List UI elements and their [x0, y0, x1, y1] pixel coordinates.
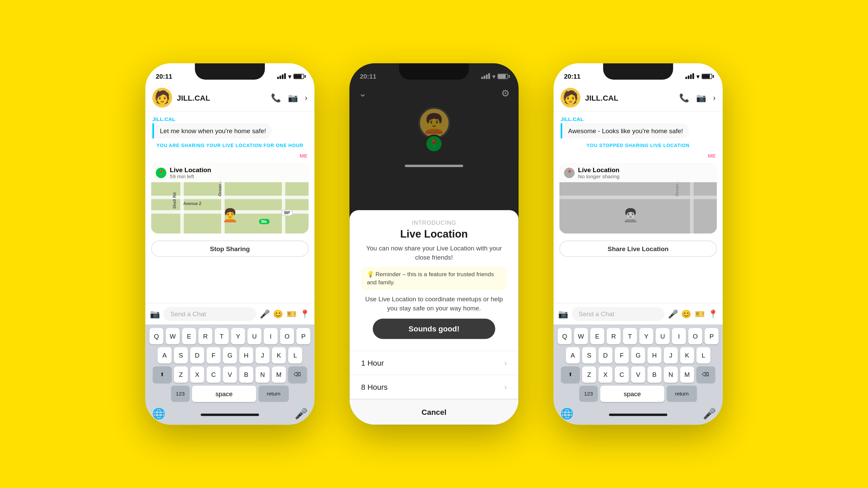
key-o[interactable]: O	[280, 328, 294, 344]
key-p[interactable]: P	[296, 328, 310, 344]
p3-key-h[interactable]: H	[648, 347, 662, 363]
key-x[interactable]: X	[190, 366, 204, 383]
key-l[interactable]: L	[288, 347, 302, 363]
p3-key-delete[interactable]: ⌫	[696, 366, 715, 383]
phone-3-mic-icon[interactable]: 🎤	[668, 309, 678, 319]
phone-3-sticker-icon[interactable]: 🎫	[695, 309, 705, 319]
p3-key-i[interactable]: I	[672, 328, 686, 344]
p3-key-p[interactable]: P	[705, 328, 718, 344]
key-space[interactable]: space	[192, 386, 256, 402]
phone-1-map-info: Live Location 59 min left	[170, 166, 211, 179]
key-n[interactable]: N	[256, 366, 270, 383]
phone-3-battery-icon	[702, 74, 712, 79]
p3-key-o[interactable]: O	[688, 328, 702, 344]
p3-key-return[interactable]: return	[667, 386, 697, 402]
p3-key-x[interactable]: X	[598, 366, 612, 383]
p3-key-j[interactable]: J	[664, 347, 678, 363]
key-delete[interactable]: ⌫	[288, 366, 307, 383]
option-8hours[interactable]: 8 Hours ›	[350, 375, 519, 399]
key-k[interactable]: K	[272, 347, 286, 363]
emoji-icon[interactable]: 😊	[273, 309, 283, 319]
more-icon[interactable]: ›	[305, 93, 308, 103]
key-m[interactable]: M	[272, 366, 286, 383]
p3-kb-emoji-icon[interactable]: 🌐	[560, 407, 573, 420]
key-r[interactable]: R	[198, 328, 212, 344]
location-icon[interactable]: 📍	[300, 309, 310, 319]
share-location-button[interactable]: Share Live Location	[559, 241, 717, 257]
home-indicator-1	[201, 414, 259, 416]
p3-key-u[interactable]: U	[656, 328, 670, 344]
p3-key-shift[interactable]: ⬆	[561, 366, 580, 383]
phone-icon[interactable]: 📞	[271, 93, 281, 103]
phone-3-chat-input[interactable]: Send a Chat	[572, 307, 664, 321]
key-w[interactable]: W	[166, 328, 180, 344]
p3-key-l[interactable]: L	[696, 347, 710, 363]
key-u[interactable]: U	[248, 328, 261, 344]
key-a[interactable]: A	[158, 347, 172, 363]
key-return[interactable]: return	[258, 386, 289, 402]
p3-key-y[interactable]: Y	[639, 328, 653, 344]
sticker-icon[interactable]: 🎫	[287, 309, 296, 319]
key-q[interactable]: Q	[150, 328, 163, 344]
key-b[interactable]: B	[239, 366, 253, 383]
phone-3-chat-header: 🧑 JILL.CAL 📞 📷 ›	[554, 84, 723, 112]
chevron-right-icon-2: ›	[504, 382, 507, 392]
p3-key-z[interactable]: Z	[582, 366, 596, 383]
p3-key-c[interactable]: C	[615, 366, 629, 383]
camera-input-icon[interactable]: 📷	[150, 309, 160, 319]
phone-1-battery-icon	[293, 74, 304, 79]
kb-mic-icon[interactable]: 🎤	[295, 407, 308, 420]
phone-3-more-icon[interactable]: ›	[713, 93, 716, 103]
phone-1-me-label: ME	[151, 153, 309, 159]
p3-key-w[interactable]: W	[574, 328, 588, 344]
key-c[interactable]: C	[206, 366, 220, 383]
p3-key-row-4: 123 space return	[556, 386, 720, 402]
key-shift[interactable]: ⬆	[153, 366, 172, 383]
sounds-good-button[interactable]: Sounds good!	[373, 319, 495, 339]
key-123[interactable]: 123	[171, 386, 190, 402]
phone-3-notch	[603, 63, 673, 80]
phone-3-location-icon[interactable]: 📍	[708, 309, 718, 319]
cancel-button[interactable]: Cancel	[350, 399, 519, 425]
p3-key-k[interactable]: K	[680, 347, 694, 363]
p3-key-g[interactable]: G	[631, 347, 645, 363]
phone-3-video-icon[interactable]: 📷	[696, 93, 706, 103]
p3-key-space[interactable]: space	[600, 386, 664, 402]
p3-key-f[interactable]: F	[615, 347, 629, 363]
p3-key-v[interactable]: V	[631, 366, 645, 383]
video-icon[interactable]: 📷	[288, 93, 298, 103]
key-y[interactable]: Y	[231, 328, 245, 344]
p3-key-b[interactable]: B	[648, 366, 662, 383]
p3-key-r[interactable]: R	[607, 328, 620, 344]
key-d[interactable]: D	[190, 347, 204, 363]
key-h[interactable]: H	[239, 347, 253, 363]
phone-3-camera-icon[interactable]: 📷	[558, 309, 568, 319]
mic-icon[interactable]: 🎤	[260, 309, 270, 319]
phone-1-chat-input[interactable]: Send a Chat	[163, 307, 256, 321]
phone-3-phone-icon[interactable]: 📞	[679, 93, 689, 103]
p3-key-t[interactable]: T	[623, 328, 637, 344]
p3-key-123[interactable]: 123	[579, 386, 598, 402]
key-e[interactable]: E	[182, 328, 196, 344]
p3-key-a[interactable]: A	[566, 347, 580, 363]
p3-key-n[interactable]: N	[664, 366, 678, 383]
key-f[interactable]: F	[206, 347, 220, 363]
p3-key-q[interactable]: Q	[558, 328, 572, 344]
p3-key-d[interactable]: D	[598, 347, 612, 363]
key-s[interactable]: S	[174, 347, 188, 363]
key-g[interactable]: G	[223, 347, 237, 363]
key-t[interactable]: T	[215, 328, 229, 344]
p3-key-m[interactable]: M	[680, 366, 694, 383]
p3-key-s[interactable]: S	[582, 347, 596, 363]
stop-sharing-button[interactable]: Stop Sharing	[151, 241, 309, 257]
key-i[interactable]: I	[264, 328, 278, 344]
key-z[interactable]: Z	[174, 366, 188, 383]
key-j[interactable]: J	[256, 347, 270, 363]
p3-kb-mic-icon[interactable]: 🎤	[703, 407, 716, 420]
kb-emoji-icon[interactable]: 🌐	[152, 407, 165, 420]
phone-3-emoji-icon[interactable]: 😊	[681, 309, 691, 319]
p3-key-e[interactable]: E	[590, 328, 604, 344]
option-1hour[interactable]: 1 Hour ›	[350, 351, 519, 375]
phone-3-header-icons: 📞 📷 ›	[679, 93, 716, 103]
key-v[interactable]: V	[223, 366, 237, 383]
